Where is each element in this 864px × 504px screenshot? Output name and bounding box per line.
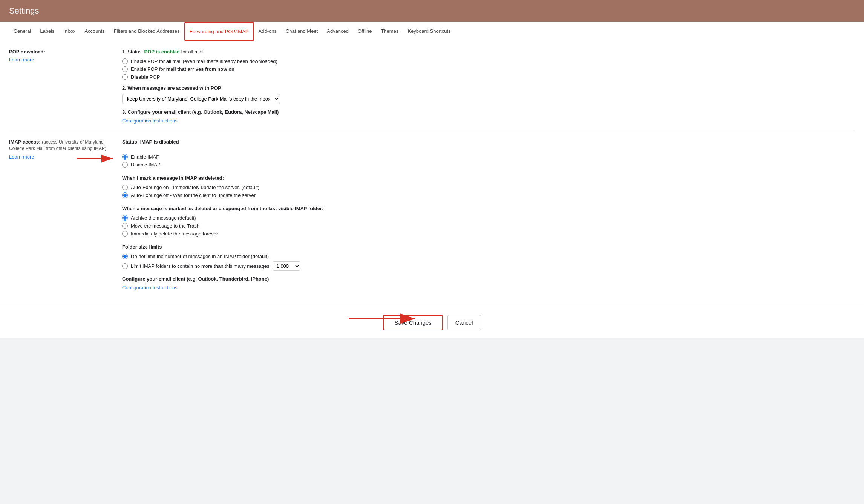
imap-radio-disable-label: Disable IMAP: [131, 162, 161, 168]
tab-advanced[interactable]: Advanced: [322, 22, 353, 41]
imap-folder-radio-group: Do not limit the number of messages in a…: [122, 254, 855, 271]
imap-deleted-radio-group: Auto-Expunge on - Immediately update the…: [122, 185, 855, 198]
tab-labels[interactable]: Labels: [35, 22, 59, 41]
pop-step2-text: 2. When messages are accessed with POP: [122, 85, 221, 91]
pop-radio-from-now-input[interactable]: [122, 66, 128, 72]
imap-folder-size-select[interactable]: 1,000 2,000 5,000 10,000: [273, 261, 300, 271]
imap-deleted-radio1[interactable]: Auto-Expunge on - Immediately update the…: [122, 185, 855, 190]
imap-folder-radio1-label: Do not limit the number of messages in a…: [131, 254, 269, 259]
imap-radio-enable-label: Enable IMAP: [131, 154, 159, 160]
imap-folder-title: Folder size limits: [122, 244, 855, 250]
pop-radio-all-mail[interactable]: Enable POP for all mail (even mail that'…: [122, 58, 855, 64]
imap-folder-radio2-input[interactable]: [122, 263, 128, 269]
imap-expunged-title-text: When a message is marked as deleted and …: [122, 206, 323, 211]
imap-radio-disable-input[interactable]: [122, 162, 128, 168]
imap-radio-enable[interactable]: Enable IMAP: [122, 154, 855, 160]
imap-expunged-radio1[interactable]: Archive the message (default): [122, 215, 855, 221]
pop-radio-all-mail-input[interactable]: [122, 58, 128, 64]
pop-content: 1. Status: POP is enabled for all mail E…: [122, 49, 855, 124]
pop-learn-more[interactable]: Learn more: [9, 57, 113, 63]
imap-section: IMAP access: (access University of Maryl…: [9, 131, 855, 298]
imap-folder-radio2-label: Limit IMAP folders to contain no more th…: [131, 263, 270, 269]
tab-themes[interactable]: Themes: [376, 22, 403, 41]
pop-status-enabled: POP is enabled: [144, 49, 180, 55]
pop-step3-label: 3. Configure your email client (e.g. Out…: [122, 109, 855, 115]
pop-radio-disable-label: Disable POP: [131, 74, 160, 80]
save-changes-button[interactable]: Save Changes: [383, 315, 443, 330]
pop-config-link[interactable]: Configuration instructions: [122, 118, 178, 124]
imap-enable-radio-group: Enable IMAP Disable IMAP: [122, 154, 855, 168]
imap-deleted-radio2-input[interactable]: [122, 192, 128, 198]
imap-folder-radio2[interactable]: Limit IMAP folders to contain no more th…: [122, 261, 855, 271]
imap-deleted-title-text: When I mark a message in IMAP as deleted…: [122, 175, 224, 181]
imap-expunged-radio2-label: Move the message to the Trash: [131, 223, 199, 229]
tab-forwarding[interactable]: Forwarding and POP/IMAP: [184, 22, 254, 41]
pop-step2-label: 2. When messages are accessed with POP: [122, 85, 855, 91]
pop-section: POP download: Learn more 1. Status: POP …: [9, 41, 855, 131]
tab-inbox[interactable]: Inbox: [59, 22, 80, 41]
imap-expunged-radio3-input[interactable]: [122, 231, 128, 237]
imap-config-link[interactable]: Configuration instructions: [122, 285, 178, 290]
pop-radio-from-now-label: Enable POP for mail that arrives from no…: [131, 66, 234, 72]
pop-status-suffix: for all mail: [181, 49, 204, 55]
imap-expunged-radio2[interactable]: Move the message to the Trash: [122, 223, 855, 229]
imap-folder-radio1[interactable]: Do not limit the number of messages in a…: [122, 254, 855, 259]
imap-folder-radio1-input[interactable]: [122, 254, 128, 259]
pop-label: POP download: Learn more: [9, 49, 122, 124]
imap-deleted-radio2-label: Auto-Expunge off - Wait for the client t…: [131, 192, 257, 198]
tab-chat[interactable]: Chat and Meet: [281, 22, 322, 41]
imap-expunged-radio3-label: Immediately delete the message forever: [131, 231, 218, 237]
imap-label-title: IMAP access:: [9, 139, 41, 145]
imap-status: Status: IMAP is disabled: [122, 139, 855, 145]
tab-addons[interactable]: Add-ons: [254, 22, 281, 41]
imap-deleted-title: When I mark a message in IMAP as deleted…: [122, 175, 855, 181]
pop-radio-disable-input[interactable]: [122, 74, 128, 80]
bottom-bar: Save Changes Cancel: [0, 307, 864, 338]
imap-expunged-radio1-label: Archive the message (default): [131, 215, 196, 221]
imap-learn-more[interactable]: Learn more: [9, 154, 113, 160]
pop-status-line: 1. Status: POP is enabled for all mail: [122, 49, 855, 55]
imap-expunged-radio2-input[interactable]: [122, 223, 128, 229]
pop-step3-text: 3. Configure your email client (e.g. Out…: [122, 109, 279, 115]
pop-access-select[interactable]: keep University of Maryland, College Par…: [122, 94, 280, 104]
settings-header: Settings: [0, 0, 864, 22]
pop-radio-group: Enable POP for all mail (even mail that'…: [122, 58, 855, 80]
imap-label: IMAP access: (access University of Maryl…: [9, 139, 122, 290]
imap-folder-title-text: Folder size limits: [122, 244, 162, 250]
imap-expunged-title: When a message is marked as deleted and …: [122, 206, 855, 211]
pop-radio-all-mail-label: Enable POP for all mail (even mail that'…: [131, 58, 277, 64]
imap-radio-disable[interactable]: Disable IMAP: [122, 162, 855, 168]
pop-label-title: POP download:: [9, 49, 45, 55]
imap-deleted-radio1-input[interactable]: [122, 185, 128, 190]
tab-offline[interactable]: Offline: [353, 22, 376, 41]
pop-step1-label: 1. Status:: [122, 49, 143, 55]
imap-client-text: Configure your email client (e.g. Outloo…: [122, 276, 269, 282]
imap-deleted-radio2[interactable]: Auto-Expunge off - Wait for the client t…: [122, 192, 855, 198]
tabs-bar: General Labels Inbox Accounts Filters an…: [0, 22, 864, 41]
imap-expunged-radio1-input[interactable]: [122, 215, 128, 221]
imap-expunged-radio3[interactable]: Immediately delete the message forever: [122, 231, 855, 237]
tab-accounts[interactable]: Accounts: [80, 22, 109, 41]
pop-radio-from-now[interactable]: Enable POP for mail that arrives from no…: [122, 66, 855, 72]
imap-deleted-radio1-label: Auto-Expunge on - Immediately update the…: [131, 185, 259, 190]
settings-title: Settings: [9, 6, 39, 15]
tab-filters[interactable]: Filters and Blocked Addresses: [109, 22, 184, 41]
tab-keyboard-shortcuts[interactable]: Keyboard Shortcuts: [403, 22, 455, 41]
cancel-button[interactable]: Cancel: [447, 315, 481, 330]
pop-radio-disable[interactable]: Disable POP: [122, 74, 855, 80]
tab-general[interactable]: General: [9, 22, 35, 41]
settings-content: POP download: Learn more 1. Status: POP …: [0, 41, 864, 307]
imap-client-label: Configure your email client (e.g. Outloo…: [122, 276, 855, 282]
imap-expunged-radio-group: Archive the message (default) Move the m…: [122, 215, 855, 237]
imap-radio-enable-input[interactable]: [122, 154, 128, 160]
imap-content: Status: IMAP is disabled Enable IMAP: [122, 139, 855, 290]
